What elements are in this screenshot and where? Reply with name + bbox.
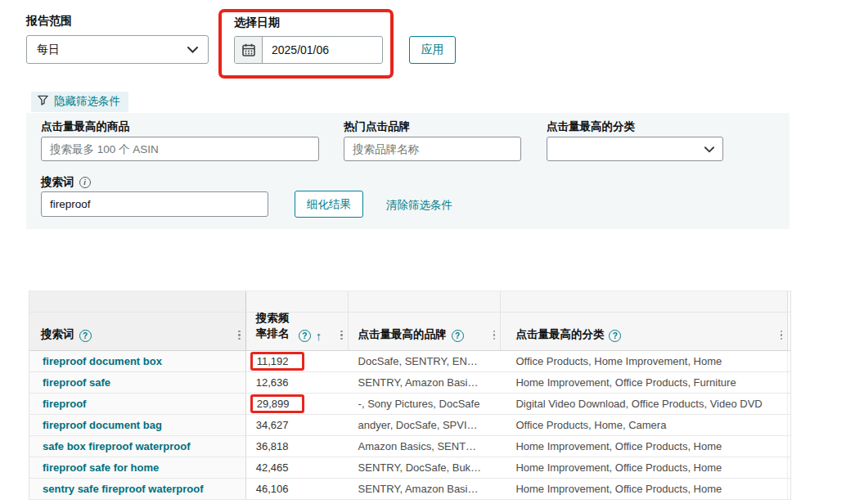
refine-results-button[interactable]: 细化结果 <box>295 191 363 218</box>
column-header-search-term[interactable]: 搜索词 ? <box>29 291 246 350</box>
calendar-icon[interactable] <box>235 37 263 63</box>
help-icon[interactable]: ? <box>609 330 621 342</box>
search-term-label-row: 搜索词 i <box>41 175 91 190</box>
top-brands-cell: SENTRY, DocSafe, Buk… <box>349 457 502 478</box>
search-term-link[interactable]: fireproof document bag <box>29 415 246 435</box>
rank-value: 12,636 <box>256 376 289 389</box>
table-row: fireproof document box 11,192 DocSafe, S… <box>29 351 790 372</box>
top-categories-cell: Office Products, Home, Camera <box>501 415 787 435</box>
column-header-partial <box>787 291 790 350</box>
top-categories-label: 点击量最高的分类 <box>547 119 635 134</box>
row-filler <box>787 436 790 457</box>
top-categories-cell: Home Improvement, Office Products, Home <box>501 457 787 478</box>
table-body: fireproof document box 11,192 DocSafe, S… <box>29 351 790 500</box>
search-frequency-rank-cell: 29,899 <box>246 394 349 414</box>
search-term-label: 搜索词 <box>41 175 74 190</box>
row-filler <box>787 351 790 371</box>
rank-value: 29,899 <box>250 394 305 413</box>
search-term-link[interactable]: safe box fireproof waterproof <box>29 436 246 457</box>
chevron-down-icon <box>704 142 714 156</box>
filter-panel: 点击量最高的商品 热门点击品牌 点击量最高的分类 搜索词 i 细化结果 清除筛选… <box>26 113 790 229</box>
top-brands-cell: SENTRY, Amazon Basi… <box>349 479 502 499</box>
search-term-input[interactable] <box>41 191 268 217</box>
search-frequency-rank-cell: 12,636 <box>246 372 349 393</box>
search-terms-table: 搜索词 ? 搜索频率排名 ? ↑ 点击量最高的品牌 ? 点击量最高的分类 ? f… <box>29 290 791 500</box>
chevron-down-icon <box>187 47 198 53</box>
help-icon[interactable]: ? <box>79 330 92 342</box>
help-icon[interactable]: ? <box>452 330 464 342</box>
table-row: fireproof document bag 34,627 andyer, Do… <box>29 415 790 436</box>
top-brands-label: 热门点击品牌 <box>344 119 410 134</box>
table-row: fireproof safe for home 42,465 SENTRY, D… <box>29 457 790 479</box>
column-menu-icon[interactable] <box>493 331 496 340</box>
top-brands-cell: SENTRY, Amazon Basi… <box>349 372 502 393</box>
row-filler <box>787 372 790 393</box>
hide-filters-label: 隐藏筛选条件 <box>54 94 120 109</box>
top-products-input[interactable] <box>41 137 319 161</box>
top-categories-cell: Home Improvement, Office Products, Furni… <box>501 372 787 393</box>
top-products-label: 点击量最高的商品 <box>41 119 129 134</box>
rank-value: 11,192 <box>250 352 304 371</box>
date-label: 选择日期 <box>234 16 280 30</box>
hide-filters-toggle[interactable]: 隐藏筛选条件 <box>31 92 128 112</box>
top-categories-cell: Home Improvement, Office Products, Home <box>501 479 787 499</box>
top-brands-cell: -, Sony Pictures, DocSafe <box>349 394 502 414</box>
info-icon[interactable]: i <box>79 177 91 188</box>
top-brands-cell: DocSafe, SENTRY, EN… <box>349 351 502 371</box>
column-header-top-brands[interactable]: 点击量最高的品牌 ? <box>349 291 502 350</box>
top-categories-cell: Office Products, Home Improvement, Home <box>501 351 787 371</box>
date-value[interactable]: 2025/01/06 <box>263 37 338 63</box>
table-row: safe box fireproof waterproof 36,818 Ama… <box>29 436 790 457</box>
row-filler <box>787 415 790 435</box>
search-frequency-rank-cell: 34,627 <box>246 415 349 435</box>
search-term-link[interactable]: fireproof safe <box>29 372 246 393</box>
column-header-search-frequency-rank[interactable]: 搜索频率排名 ? ↑ <box>246 291 349 350</box>
date-picker[interactable]: 2025/01/06 <box>234 36 383 64</box>
top-brands-cell: Amazon Basics, SENT… <box>349 436 502 457</box>
table-row: fireproof 29,899 -, Sony Pictures, DocSa… <box>29 394 790 415</box>
search-term-link[interactable]: fireproof document box <box>29 351 246 371</box>
column-menu-icon[interactable] <box>238 331 241 340</box>
row-filler <box>787 479 790 499</box>
search-frequency-rank-cell: 42,465 <box>246 457 349 478</box>
apply-button[interactable]: 应用 <box>409 36 456 64</box>
table-row: sentry safe fireproof waterproof 46,106 … <box>29 479 790 500</box>
search-term-link[interactable]: fireproof safe for home <box>29 457 246 478</box>
report-range-select[interactable]: 每日 <box>26 35 209 64</box>
search-term-link[interactable]: fireproof <box>29 394 246 414</box>
rank-value: 46,106 <box>256 483 289 495</box>
top-brands-cell: andyer, DocSafe, SPVI… <box>349 415 502 435</box>
table-row: fireproof safe 12,636 SENTRY, Amazon Bas… <box>29 372 790 394</box>
column-header-top-categories[interactable]: 点击量最高的分类 ? <box>501 291 787 350</box>
row-filler <box>787 457 790 478</box>
top-categories-cell: Home Improvement, Office Products, Home <box>501 436 787 457</box>
rank-value: 36,818 <box>256 440 289 452</box>
sort-ascending-icon[interactable]: ↑ <box>316 330 322 342</box>
help-icon[interactable]: ? <box>299 330 311 342</box>
search-frequency-rank-cell: 11,192 <box>246 351 349 371</box>
search-term-link[interactable]: sentry safe fireproof waterproof <box>29 479 246 499</box>
search-frequency-rank-cell: 36,818 <box>246 436 349 457</box>
report-range-value: 每日 <box>37 43 60 57</box>
row-filler <box>787 394 790 414</box>
clear-filters-link[interactable]: 清除筛选条件 <box>386 198 452 213</box>
top-categories-select[interactable] <box>547 137 723 161</box>
rank-value: 42,465 <box>256 461 289 474</box>
column-menu-icon[interactable] <box>781 331 783 340</box>
filter-funnel-icon <box>38 95 48 108</box>
search-frequency-rank-cell: 46,106 <box>246 479 349 499</box>
report-range-label: 报告范围 <box>26 14 72 29</box>
top-categories-cell: Digital Video Download, Office Products,… <box>501 394 787 414</box>
table-header: 搜索词 ? 搜索频率排名 ? ↑ 点击量最高的品牌 ? 点击量最高的分类 ? <box>29 291 790 351</box>
rank-value: 34,627 <box>256 419 289 431</box>
top-brands-input[interactable] <box>344 137 521 161</box>
column-menu-icon[interactable] <box>340 331 343 340</box>
